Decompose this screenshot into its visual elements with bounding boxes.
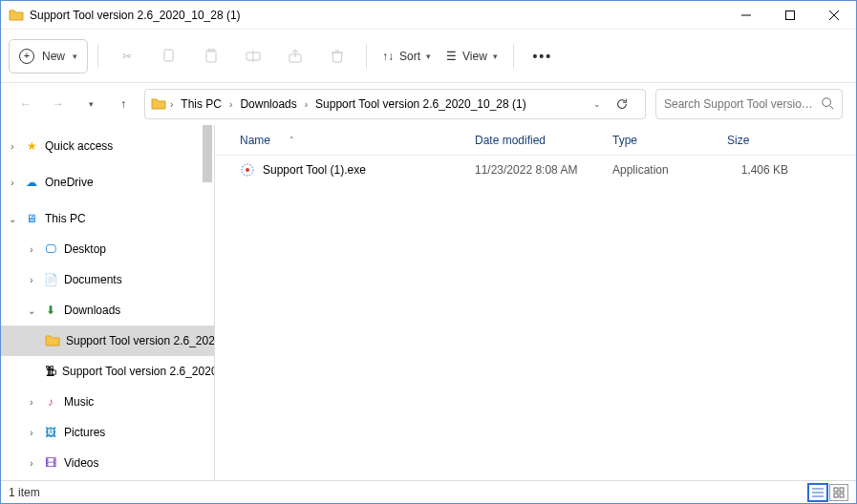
address-bar[interactable]: › This PC › Downloads › Support Tool ver… [144,89,646,119]
tree-documents[interactable]: ›📄Documents [1,264,214,295]
titlebar: Support Tool version 2.6_2020_10_28 (1) [1,1,856,30]
sort-button[interactable]: ↑↓ Sort ▾ [376,39,437,74]
svg-point-13 [246,168,249,172]
sort-asc-icon: ˄ [289,136,294,145]
exe-icon [240,162,255,178]
chevron-right-icon: › [26,428,37,438]
star-icon: ★ [24,138,39,154]
tree-music[interactable]: ›♪Music [1,387,214,417]
breadcrumb-root[interactable]: This PC [177,90,225,118]
refresh-button[interactable] [605,89,639,119]
tree-dl-child[interactable]: 🗜Support Tool version 2.6_2020_10_28 [1,356,214,387]
svg-rect-17 [834,488,838,492]
document-icon: 📄 [43,272,58,287]
file-row[interactable]: Support Tool (1).exe 11/23/2022 8:08 AM … [215,156,856,184]
copy-icon [161,49,177,64]
recent-button[interactable]: ▾ [79,93,102,116]
chevron-down-icon: ▾ [493,52,498,61]
col-type[interactable]: Type [605,134,719,147]
up-button[interactable]: ↑ [112,93,135,116]
svg-rect-1 [786,10,795,19]
new-button[interactable]: + New ▾ [9,39,88,74]
search-box[interactable] [655,89,843,119]
picture-icon: 🖼 [43,425,58,440]
video-icon: 🎞 [43,455,58,471]
toolbar: + New ▾ ✂ ↑↓ Sort ▾ ☰ View ▾ ••• [1,30,856,83]
chevron-right-icon: › [26,458,37,469]
trash-icon [330,49,345,64]
refresh-icon [615,97,629,111]
cut-button[interactable]: ✂ [108,39,146,74]
tree-scrollbar[interactable] [203,125,212,182]
folder-icon [9,8,24,23]
chevron-right-icon: › [229,99,232,110]
chevron-down-icon: ⌄ [7,214,18,224]
tree-desktop[interactable]: ›🖵Desktop [1,234,214,264]
minimize-button[interactable] [724,1,768,30]
view-button[interactable]: ☰ View ▾ [440,39,503,74]
breadcrumb-downloads[interactable]: Downloads [236,90,300,118]
monitor-icon: 🖥 [24,211,39,226]
cloud-icon: ☁ [24,175,39,190]
view-icon: ☰ [446,50,457,63]
chevron-right-icon: › [170,99,173,110]
svg-rect-20 [840,494,844,497]
svg-rect-5 [206,51,216,62]
separator [366,44,367,69]
chevron-right-icon: › [7,178,18,188]
zip-icon: 🗜 [45,364,56,379]
svg-line-11 [830,105,834,109]
chevron-down-icon: ▾ [426,52,431,61]
svg-rect-18 [840,488,844,492]
column-headers: Name˄ Date modified Type Size [215,125,856,156]
copy-button[interactable] [150,39,188,74]
nav-tree: ›★Quick access ›☁OneDrive ⌄🖥This PC ›🖵De… [1,125,215,480]
tree-onedrive[interactable]: ›☁OneDrive [1,167,214,198]
tree-pictures[interactable]: ›🖼Pictures [1,417,214,448]
share-button[interactable] [276,39,314,74]
file-name: Support Tool (1).exe [263,163,366,177]
more-button[interactable]: ••• [524,39,562,74]
tree-dl-child-selected[interactable]: Support Tool version 2.6_2020_10_28 (1) [1,326,214,356]
new-label: New [42,50,65,63]
ellipsis-icon: ••• [532,49,552,64]
svg-point-10 [823,97,831,106]
chevron-down-icon: ▾ [73,52,77,61]
folder-icon [45,333,60,348]
download-icon: ⬇ [43,303,58,318]
close-button[interactable] [812,1,856,30]
file-size: 1,406 KB [719,163,796,177]
col-date[interactable]: Date modified [467,134,605,147]
chevron-down-icon[interactable]: ⌄ [593,99,601,109]
search-icon [821,96,834,113]
chevron-right-icon: › [26,275,37,285]
address-row: ← → ▾ ↑ › This PC › Downloads › Support … [1,83,856,125]
share-icon [288,49,303,64]
col-size[interactable]: Size [719,134,796,147]
col-name[interactable]: Name˄ [232,134,467,147]
rename-button[interactable] [234,39,272,74]
delete-button[interactable] [318,39,356,74]
sort-icon: ↑↓ [382,50,394,63]
chevron-right-icon: › [26,397,37,408]
view-label: View [462,50,487,63]
file-type: Application [605,163,719,177]
tree-videos[interactable]: ›🎞Videos [1,448,214,478]
forward-button[interactable]: → [47,93,70,116]
search-input[interactable] [664,97,817,111]
tree-downloads[interactable]: ⌄⬇Downloads [1,295,214,326]
svg-rect-19 [834,494,838,497]
thumbnails-view-toggle[interactable] [829,484,848,501]
back-button[interactable]: ← [14,93,37,116]
desktop-icon: 🖵 [43,242,58,257]
separator [97,44,98,69]
paste-button[interactable] [192,39,230,74]
window-title: Support Tool version 2.6_2020_10_28 (1) [30,9,724,22]
maximize-button[interactable] [768,1,812,30]
details-view-toggle[interactable] [808,484,827,501]
breadcrumb-current[interactable]: Support Tool version 2.6_2020_10_28 (1) [311,90,530,118]
tree-quick-access[interactable]: ›★Quick access [1,131,214,161]
scissors-icon: ✂ [122,50,132,63]
tree-this-pc[interactable]: ⌄🖥This PC [1,203,214,234]
svg-rect-4 [164,50,173,61]
